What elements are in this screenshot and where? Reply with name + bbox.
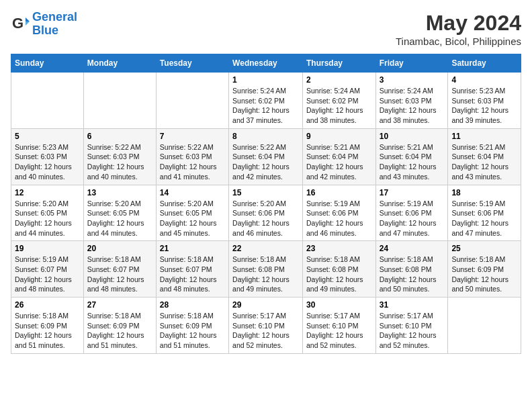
day-number: 15 [232,188,299,197]
calendar-cell: 6Sunrise: 5:22 AMSunset: 6:03 PMDaylight… [83,128,156,185]
day-number: 8 [232,132,299,141]
calendar-table: SundayMondayTuesdayWednesdayThursdayFrid… [11,54,521,354]
day-info: Sunrise: 5:21 AMSunset: 6:04 PMDaylight:… [306,142,372,182]
calendar-cell: 11Sunrise: 5:21 AMSunset: 6:04 PMDayligh… [448,128,521,185]
calendar-cell [156,73,228,129]
day-info: Sunrise: 5:18 AMSunset: 6:08 PMDaylight:… [232,255,299,294]
calendar-cell: 27Sunrise: 5:18 AMSunset: 6:09 PMDayligh… [83,298,156,354]
day-info: Sunrise: 5:24 AMSunset: 6:02 PMDaylight:… [306,86,372,126]
calendar-cell: 1Sunrise: 5:24 AMSunset: 6:02 PMDaylight… [229,73,303,129]
day-info: Sunrise: 5:18 AMSunset: 6:09 PMDaylight:… [160,311,225,351]
calendar-cell: 7Sunrise: 5:22 AMSunset: 6:03 PMDaylight… [156,128,228,185]
day-number: 20 [87,244,152,253]
calendar-cell: 14Sunrise: 5:20 AMSunset: 6:05 PMDayligh… [156,185,228,241]
day-info: Sunrise: 5:24 AMSunset: 6:02 PMDaylight:… [232,86,299,126]
calendar-cell: 20Sunrise: 5:18 AMSunset: 6:07 PMDayligh… [83,241,156,298]
day-info: Sunrise: 5:21 AMSunset: 6:04 PMDaylight:… [451,142,517,182]
calendar-cell: 31Sunrise: 5:17 AMSunset: 6:10 PMDayligh… [375,298,448,354]
day-number: 25 [451,244,517,253]
day-info: Sunrise: 5:18 AMSunset: 6:09 PMDaylight:… [451,255,517,294]
day-number: 2 [306,75,372,85]
day-number: 22 [232,244,299,253]
day-info: Sunrise: 5:23 AMSunset: 6:03 PMDaylight:… [15,142,80,182]
calendar-cell: 26Sunrise: 5:18 AMSunset: 6:09 PMDayligh… [11,298,84,354]
calendar-week-4: 19Sunrise: 5:19 AMSunset: 6:07 PMDayligh… [11,241,521,298]
day-info: Sunrise: 5:18 AMSunset: 6:09 PMDaylight:… [15,311,80,351]
day-info: Sunrise: 5:18 AMSunset: 6:07 PMDaylight:… [87,255,152,294]
calendar-cell: 16Sunrise: 5:19 AMSunset: 6:06 PMDayligh… [302,185,375,241]
day-number: 1 [232,75,299,85]
day-number: 27 [87,300,152,310]
calendar-week-5: 26Sunrise: 5:18 AMSunset: 6:09 PMDayligh… [11,298,521,354]
day-number: 21 [160,244,225,253]
calendar-cell: 3Sunrise: 5:24 AMSunset: 6:03 PMDaylight… [375,73,448,129]
weekday-header-thursday: Thursday [302,54,375,73]
day-number: 3 [380,75,445,85]
title-block: May 2024 Tinambac, Bicol, Philippines [396,11,521,47]
weekday-header-sunday: Sunday [11,54,84,73]
day-info: Sunrise: 5:20 AMSunset: 6:06 PMDaylight:… [232,199,299,238]
day-info: Sunrise: 5:18 AMSunset: 6:08 PMDaylight:… [380,255,445,294]
calendar-cell: 4Sunrise: 5:23 AMSunset: 6:03 PMDaylight… [448,73,521,129]
logo: G General Blue [11,11,77,38]
calendar-cell: 30Sunrise: 5:17 AMSunset: 6:10 PMDayligh… [302,298,375,354]
calendar-cell: 22Sunrise: 5:18 AMSunset: 6:08 PMDayligh… [229,241,303,298]
svg-text:G: G [12,15,24,32]
calendar-body: 1Sunrise: 5:24 AMSunset: 6:02 PMDaylight… [11,73,521,354]
calendar-cell: 8Sunrise: 5:22 AMSunset: 6:04 PMDaylight… [229,128,303,185]
calendar-week-2: 5Sunrise: 5:23 AMSunset: 6:03 PMDaylight… [11,128,521,185]
logo-line1: General [32,10,77,24]
logo-icon: G [11,15,30,34]
day-info: Sunrise: 5:24 AMSunset: 6:03 PMDaylight:… [380,86,445,126]
calendar-cell: 5Sunrise: 5:23 AMSunset: 6:03 PMDaylight… [11,128,84,185]
day-number: 14 [160,188,225,197]
calendar-week-1: 1Sunrise: 5:24 AMSunset: 6:02 PMDaylight… [11,73,521,129]
calendar-cell: 25Sunrise: 5:18 AMSunset: 6:09 PMDayligh… [448,241,521,298]
day-number: 16 [306,188,372,197]
weekday-header-friday: Friday [375,54,448,73]
day-number: 30 [306,300,372,310]
day-number: 10 [380,132,445,141]
day-info: Sunrise: 5:17 AMSunset: 6:10 PMDaylight:… [380,311,445,351]
calendar-cell [448,298,521,354]
day-number: 26 [15,300,80,310]
calendar-cell: 17Sunrise: 5:19 AMSunset: 6:06 PMDayligh… [375,185,448,241]
calendar-cell: 19Sunrise: 5:19 AMSunset: 6:07 PMDayligh… [11,241,84,298]
weekday-header-tuesday: Tuesday [156,54,228,73]
calendar-week-3: 12Sunrise: 5:20 AMSunset: 6:05 PMDayligh… [11,185,521,241]
calendar-cell: 21Sunrise: 5:18 AMSunset: 6:07 PMDayligh… [156,241,228,298]
calendar-cell: 10Sunrise: 5:21 AMSunset: 6:04 PMDayligh… [375,128,448,185]
day-number: 9 [306,132,372,141]
day-number: 6 [87,132,152,141]
day-number: 24 [380,244,445,253]
day-number: 4 [451,75,517,85]
calendar-cell: 23Sunrise: 5:18 AMSunset: 6:08 PMDayligh… [302,241,375,298]
day-info: Sunrise: 5:17 AMSunset: 6:10 PMDaylight:… [306,311,372,351]
calendar-cell [83,73,156,129]
calendar-cell: 24Sunrise: 5:18 AMSunset: 6:08 PMDayligh… [375,241,448,298]
page-header: G General Blue May 2024 Tinambac, Bicol,… [11,11,521,47]
day-number: 11 [451,132,517,141]
day-number: 5 [15,132,80,141]
day-info: Sunrise: 5:19 AMSunset: 6:06 PMDaylight:… [306,199,372,238]
day-number: 31 [380,300,445,310]
day-number: 7 [160,132,225,141]
calendar-cell: 13Sunrise: 5:20 AMSunset: 6:05 PMDayligh… [83,185,156,241]
day-info: Sunrise: 5:20 AMSunset: 6:05 PMDaylight:… [160,199,225,238]
calendar-cell: 15Sunrise: 5:20 AMSunset: 6:06 PMDayligh… [229,185,303,241]
day-info: Sunrise: 5:22 AMSunset: 6:04 PMDaylight:… [232,142,299,182]
day-info: Sunrise: 5:18 AMSunset: 6:07 PMDaylight:… [160,255,225,294]
day-info: Sunrise: 5:22 AMSunset: 6:03 PMDaylight:… [160,142,225,182]
day-info: Sunrise: 5:19 AMSunset: 6:07 PMDaylight:… [15,255,80,294]
logo-line2: Blue [32,24,58,37]
svg-marker-1 [26,17,30,21]
weekday-header-wednesday: Wednesday [229,54,303,73]
calendar-cell: 28Sunrise: 5:18 AMSunset: 6:09 PMDayligh… [156,298,228,354]
day-number: 23 [306,244,372,253]
day-info: Sunrise: 5:18 AMSunset: 6:08 PMDaylight:… [306,255,372,294]
day-info: Sunrise: 5:20 AMSunset: 6:05 PMDaylight:… [15,199,80,238]
logo-text: General Blue [32,11,77,38]
location: Tinambac, Bicol, Philippines [396,36,521,47]
month-year: May 2024 [396,11,521,36]
weekday-header-saturday: Saturday [448,54,521,73]
